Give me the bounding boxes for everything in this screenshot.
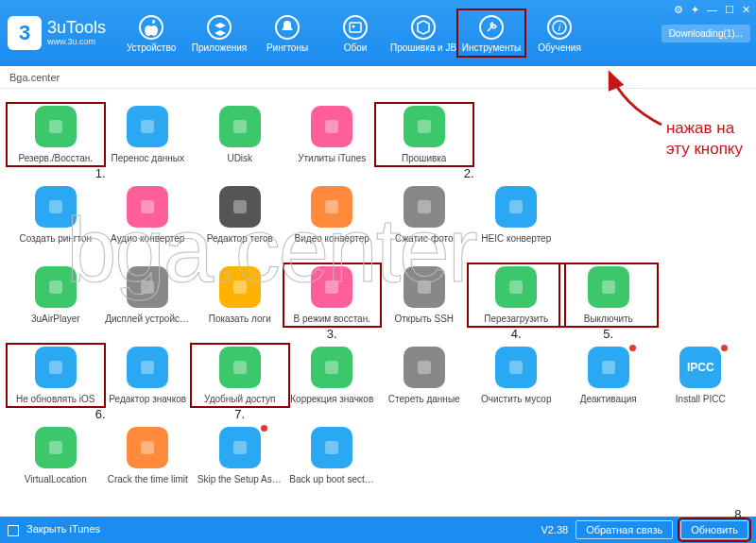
info-icon: i	[547, 15, 572, 40]
nav-apple[interactable]: Устройство	[117, 9, 185, 57]
tool-label: Skip the Setup Assistant	[198, 474, 283, 484]
tool-27[interactable]: Коррекция значков	[286, 347, 379, 404]
svg-rect-17	[233, 280, 247, 294]
tool-icon	[311, 347, 352, 388]
close-itunes-checkbox[interactable]: Закрыть iTunes	[8, 523, 100, 535]
tool-label: Коррекция значков	[290, 394, 373, 404]
tool-19[interactable]: В режим восстан.3.	[286, 266, 379, 324]
tool-21[interactable]: Перезагрузить4.	[471, 266, 563, 324]
tool-1[interactable]: Перенос данных	[102, 106, 195, 163]
tool-label: Утилиты iTunes	[298, 153, 366, 163]
tool-10[interactable]: Редактор тегов	[194, 186, 286, 244]
tool-label: Стереть данные	[388, 394, 460, 404]
app-name: 3uTools	[47, 19, 106, 38]
tool-label: Перенос данных	[112, 153, 184, 163]
tool-33[interactable]: Crack the time limit	[102, 427, 195, 484]
tool-28[interactable]: Стереть данные	[378, 347, 471, 404]
tool-icon	[35, 186, 77, 228]
tool-icon	[127, 266, 168, 308]
nav-info[interactable]: iОбучения	[525, 9, 593, 57]
svg-rect-27	[509, 361, 523, 374]
tool-11[interactable]: Видео конвертер	[286, 186, 379, 244]
svg-rect-25	[325, 361, 338, 374]
tool-18[interactable]: Показать логи	[194, 266, 286, 324]
tool-4[interactable]: Прошивка2.	[378, 106, 471, 163]
window-control[interactable]: ⚙	[674, 4, 683, 16]
window-control[interactable]: ☐	[725, 4, 734, 16]
svg-rect-24	[233, 361, 247, 374]
tool-32[interactable]: VirtualLocation	[9, 427, 102, 484]
tool-icon	[404, 347, 445, 388]
nav-image[interactable]: Обои	[321, 9, 389, 57]
svg-rect-7	[325, 120, 338, 133]
tool-16[interactable]: 3uAirPlayer	[9, 266, 102, 324]
tool-29[interactable]: Очистить мусор	[471, 347, 563, 404]
annotation-number: 3.	[327, 327, 337, 341]
tool-label: Перезагрузить	[484, 314, 548, 324]
tool-label: Открыть SSH	[394, 314, 454, 324]
apps-icon	[207, 15, 232, 40]
tool-label: Редактор тегов	[207, 233, 273, 244]
main-nav: УстройствоПриложенияРингтоныОбоиПрошивка…	[117, 9, 593, 57]
svg-point-1	[352, 25, 355, 28]
feedback-button[interactable]: Обратная связь	[576, 520, 673, 539]
svg-rect-19	[418, 280, 431, 294]
logo-badge: 3	[8, 16, 42, 50]
svg-rect-0	[350, 23, 361, 32]
svg-rect-9	[49, 200, 62, 213]
nav-tools[interactable]: Инструменты	[457, 9, 525, 57]
svg-rect-22	[49, 361, 62, 374]
window-control[interactable]: ✕	[742, 4, 750, 16]
tool-35[interactable]: Back up boot sector dat	[286, 427, 379, 484]
tool-icon	[311, 427, 352, 468]
tool-icon	[311, 266, 352, 308]
tool-13[interactable]: HEIC конвертер	[471, 186, 563, 244]
svg-rect-29	[49, 441, 62, 454]
nav-apps[interactable]: Приложения	[185, 9, 253, 57]
tool-12[interactable]: Сжатие фото	[378, 186, 471, 244]
tool-8[interactable]: Создать рингтон	[9, 186, 102, 244]
tool-label: Не обновлять iOS	[16, 394, 95, 404]
tool-label: 3uAirPlayer	[31, 314, 80, 324]
annotation-line-1: нажав на	[666, 118, 743, 139]
tool-22[interactable]: Выключить5.	[562, 266, 655, 324]
nav-label: Инструменты	[462, 42, 521, 53]
window-control[interactable]: —	[707, 4, 717, 16]
tool-17[interactable]: Дисплей устройства	[102, 266, 195, 324]
svg-rect-31	[233, 441, 247, 454]
update-button[interactable]: Обновить	[680, 520, 748, 539]
tool-20[interactable]: Открыть SSH	[378, 266, 471, 324]
tool-icon	[219, 186, 261, 228]
tool-0[interactable]: Резерв./Восстан.1.	[9, 106, 102, 163]
window-control[interactable]: ✦	[691, 4, 699, 16]
tool-24[interactable]: Не обновлять iOS6.	[9, 347, 102, 404]
svg-rect-30	[141, 441, 154, 454]
download-status[interactable]: Downloading(1)...	[662, 25, 750, 42]
tool-26[interactable]: Удобный доступ7.	[194, 347, 286, 404]
tool-icon	[311, 186, 352, 228]
tool-9[interactable]: Аудио конвертер	[102, 186, 195, 244]
nav-label: Прошивка и JB	[390, 42, 456, 53]
svg-rect-8	[418, 120, 431, 133]
box-icon	[411, 15, 436, 40]
tool-icon	[588, 347, 629, 388]
tool-icon	[35, 266, 77, 308]
nav-box[interactable]: Прошивка и JB	[389, 9, 457, 57]
tool-label: Видео конвертер	[295, 233, 369, 244]
tool-34[interactable]: Skip the Setup Assistant	[194, 427, 286, 484]
tool-30[interactable]: Деактивация	[562, 347, 655, 404]
annotation-number: 6.	[95, 407, 106, 421]
tool-label: Удобный доступ	[204, 394, 275, 404]
svg-text:i: i	[558, 22, 561, 33]
tool-3[interactable]: Утилиты iTunes	[286, 106, 379, 163]
tool-31[interactable]: IPCCInstall PICC	[655, 347, 747, 404]
svg-rect-26	[418, 361, 431, 374]
tool-label: Install PICC	[676, 394, 726, 404]
tool-2[interactable]: UDisk	[194, 106, 286, 163]
tool-25[interactable]: Редактор значков	[102, 347, 195, 404]
notification-dot	[629, 345, 636, 351]
svg-rect-32	[325, 441, 338, 454]
tool-label: Back up boot sector dat	[289, 474, 374, 484]
nav-bell[interactable]: Рингтоны	[253, 9, 321, 57]
app-logo: 3 3uTools www.3u.com	[8, 16, 106, 50]
